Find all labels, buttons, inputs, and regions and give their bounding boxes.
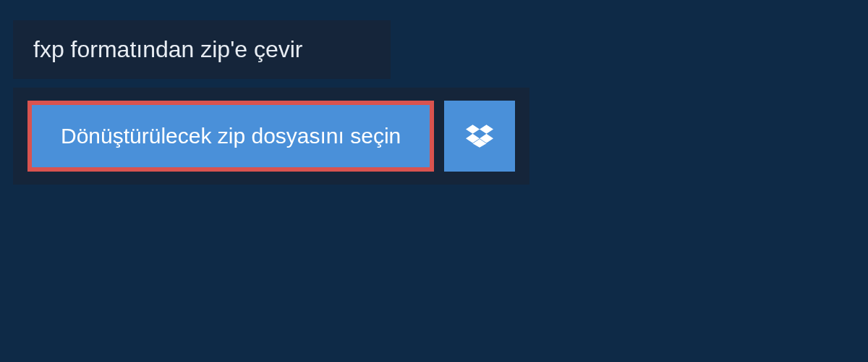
upload-panel: Dönüştürülecek zip dosyasını seçin	[13, 88, 529, 185]
select-file-button[interactable]: Dönüştürülecek zip dosyasını seçin	[27, 101, 434, 172]
page-title: fxp formatından zip'e çevir	[13, 20, 391, 79]
dropbox-icon	[466, 122, 493, 150]
select-file-label: Dönüştürülecek zip dosyasını seçin	[61, 124, 401, 148]
dropbox-button[interactable]	[444, 101, 515, 172]
